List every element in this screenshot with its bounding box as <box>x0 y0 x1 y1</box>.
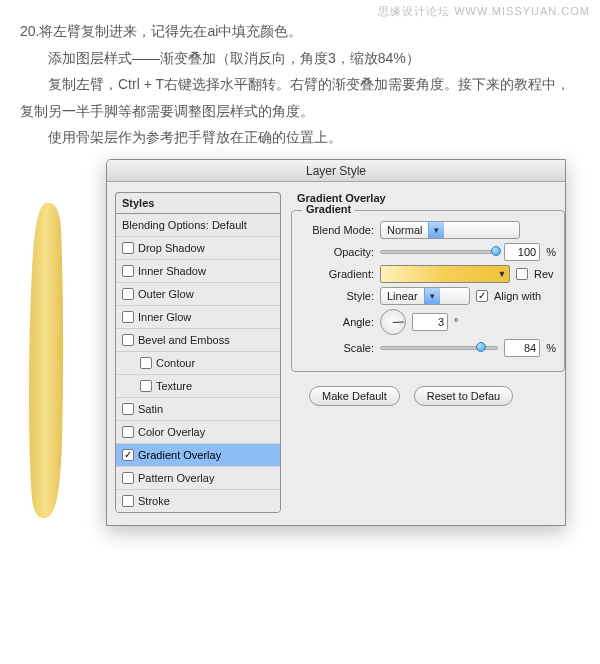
checkbox-checked[interactable]: ✓ <box>122 449 134 461</box>
gradient-fieldset: Gradient Blend Mode: Normal ▾ Opacity: <box>291 210 565 372</box>
inner-shadow-row[interactable]: Inner Shadow <box>116 259 280 282</box>
style-label: Style: <box>300 290 374 302</box>
checkbox[interactable] <box>122 311 134 323</box>
label: Outer Glow <box>138 288 194 300</box>
bevel-emboss-row[interactable]: Bevel and Emboss <box>116 328 280 351</box>
angle-dial[interactable] <box>380 309 406 335</box>
scale-row: Scale: 84 % <box>300 339 556 357</box>
checkbox[interactable] <box>122 472 134 484</box>
label: Color Overlay <box>138 426 205 438</box>
dropdown-arrow-icon: ▾ <box>424 288 440 304</box>
style-select[interactable]: Linear ▾ <box>380 287 470 305</box>
scale-slider[interactable] <box>380 346 498 350</box>
label: Inner Glow <box>138 311 191 323</box>
layer-style-dialog: Layer Style Styles Blending Options: Def… <box>106 159 566 526</box>
label: Texture <box>156 380 192 392</box>
angle-input[interactable]: 3 <box>412 313 448 331</box>
angle-row: Angle: 3 ° <box>300 309 556 335</box>
label: Gradient Overlay <box>138 449 221 461</box>
style-row: Style: Linear ▾ ✓ Align with <box>300 287 556 305</box>
paragraph-1: 20.将左臂复制进来，记得先在ai中填充颜色。 <box>20 18 580 45</box>
dropdown-arrow-icon: ▼ <box>495 266 509 282</box>
angle-unit: ° <box>454 316 458 328</box>
drop-shadow-row[interactable]: Drop Shadow <box>116 236 280 259</box>
opacity-row: Opacity: 100 % <box>300 243 556 261</box>
label: Inner Shadow <box>138 265 206 277</box>
checkbox[interactable] <box>122 288 134 300</box>
label: Bevel and Emboss <box>138 334 230 346</box>
checkbox[interactable] <box>122 265 134 277</box>
style-value: Linear <box>381 290 424 302</box>
dropdown-arrow-icon: ▾ <box>428 222 444 238</box>
watermark: 思缘设计论坛 WWW.MISSYUAN.COM <box>378 4 590 19</box>
reverse-checkbox[interactable] <box>516 268 528 280</box>
blend-mode-select[interactable]: Normal ▾ <box>380 221 520 239</box>
align-checkbox[interactable]: ✓ <box>476 290 488 302</box>
checkbox[interactable] <box>122 334 134 346</box>
checkbox[interactable] <box>122 403 134 415</box>
dialog-title: Layer Style <box>107 160 565 182</box>
inner-glow-row[interactable]: Inner Glow <box>116 305 280 328</box>
paragraph-3: 复制左臂，Ctrl + T右键选择水平翻转。右臂的渐变叠加需要角度。接下来的教程… <box>20 71 580 124</box>
styles-list: Blending Options: Default Drop Shadow In… <box>115 213 281 513</box>
reset-default-button[interactable]: Reset to Defau <box>414 386 513 406</box>
opacity-slider[interactable] <box>380 250 498 254</box>
color-overlay-row[interactable]: Color Overlay <box>116 420 280 443</box>
label: Stroke <box>138 495 170 507</box>
scale-input[interactable]: 84 <box>504 339 540 357</box>
styles-column: Styles Blending Options: Default Drop Sh… <box>115 192 281 513</box>
arm-illustration <box>16 199 76 519</box>
gradient-swatch[interactable]: ▼ <box>380 265 510 283</box>
opacity-label: Opacity: <box>300 246 374 258</box>
pattern-overlay-row[interactable]: Pattern Overlay <box>116 466 280 489</box>
opacity-unit: % <box>546 246 556 258</box>
make-default-button[interactable]: Make Default <box>309 386 400 406</box>
checkbox[interactable] <box>122 495 134 507</box>
button-row: Make Default Reset to Defau <box>291 386 565 406</box>
checkbox[interactable] <box>140 357 152 369</box>
gradient-label: Gradient: <box>300 268 374 280</box>
angle-label: Angle: <box>300 316 374 328</box>
paragraph-2: 添加图层样式——渐变叠加（取消反向，角度3，缩放84%） <box>20 45 580 72</box>
checkbox[interactable] <box>122 426 134 438</box>
slider-thumb[interactable] <box>491 246 501 256</box>
stroke-row[interactable]: Stroke <box>116 489 280 512</box>
paragraph-4: 使用骨架层作为参考把手臂放在正确的位置上。 <box>20 124 580 151</box>
gradient-overlay-row[interactable]: ✓Gradient Overlay <box>116 443 280 466</box>
sub-title: Gradient <box>302 203 355 215</box>
slider-thumb[interactable] <box>476 342 486 352</box>
satin-row[interactable]: Satin <box>116 397 280 420</box>
blend-mode-label: Blend Mode: <box>300 224 374 236</box>
styles-header[interactable]: Styles <box>115 192 281 213</box>
checkbox[interactable] <box>122 242 134 254</box>
outer-glow-row[interactable]: Outer Glow <box>116 282 280 305</box>
label: Drop Shadow <box>138 242 205 254</box>
label: Satin <box>138 403 163 415</box>
checkbox[interactable] <box>140 380 152 392</box>
gradient-row: Gradient: ▼ Rev <box>300 265 556 283</box>
scale-unit: % <box>546 342 556 354</box>
article-text: 20.将左臂复制进来，记得先在ai中填充颜色。 添加图层样式——渐变叠加（取消反… <box>0 0 600 151</box>
blending-options-row[interactable]: Blending Options: Default <box>116 214 280 236</box>
blend-mode-value: Normal <box>381 224 428 236</box>
align-label: Align with <box>494 290 541 302</box>
texture-row[interactable]: Texture <box>116 374 280 397</box>
label: Pattern Overlay <box>138 472 214 484</box>
scale-label: Scale: <box>300 342 374 354</box>
blend-mode-row: Blend Mode: Normal ▾ <box>300 221 556 239</box>
reverse-label: Rev <box>534 268 554 280</box>
settings-column: Gradient Overlay Gradient Blend Mode: No… <box>291 192 565 513</box>
label: Contour <box>156 357 195 369</box>
dial-hand <box>393 321 404 323</box>
opacity-input[interactable]: 100 <box>504 243 540 261</box>
contour-row[interactable]: Contour <box>116 351 280 374</box>
